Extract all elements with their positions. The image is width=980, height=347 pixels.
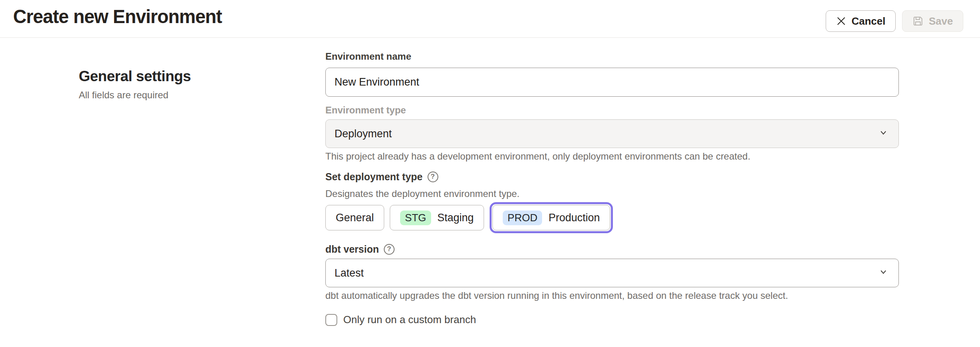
- dbt-version-select[interactable]: Latest: [325, 259, 899, 287]
- settings-section-header: General settings All fields are required: [79, 68, 191, 101]
- chevron-down-icon: [879, 128, 888, 140]
- environment-name-label: Environment name: [325, 51, 899, 62]
- deployment-type-option-production[interactable]: PROD Production: [492, 205, 610, 230]
- deployment-type-option-general[interactable]: General: [325, 205, 384, 230]
- environment-type-select[interactable]: Deployment: [325, 119, 899, 148]
- deployment-type-option-general-label: General: [336, 212, 374, 224]
- selected-option-ring: PROD Production: [490, 202, 613, 233]
- deployment-type-option-production-label: Production: [548, 212, 600, 224]
- environment-type-selected-value: Deployment: [334, 128, 392, 140]
- question-circle-icon[interactable]: ?: [428, 172, 438, 182]
- cancel-button-label: Cancel: [852, 15, 885, 27]
- dbt-version-label: dbt version: [325, 243, 379, 255]
- environment-name-input[interactable]: [325, 68, 899, 97]
- save-button[interactable]: Save: [902, 10, 963, 32]
- save-button-label: Save: [929, 15, 953, 27]
- environment-type-note: This project already has a development e…: [325, 150, 899, 162]
- custom-branch-row: Only run on a custom branch: [325, 314, 899, 326]
- question-circle-icon[interactable]: ?: [384, 244, 395, 255]
- deployment-type-label-row: Set deployment type ?: [325, 170, 899, 183]
- page-title: Create new Environment: [13, 0, 222, 27]
- dbt-version-note: dbt automatically upgrades the dbt versi…: [325, 290, 899, 302]
- main-content: General settings All fields are required…: [0, 51, 980, 347]
- chevron-down-icon: [879, 267, 888, 279]
- deployment-type-option-staging[interactable]: STG Staging: [390, 205, 484, 230]
- deployment-type-label: Set deployment type: [325, 170, 423, 183]
- dbt-version-selected-value: Latest: [334, 267, 364, 279]
- page-header: Create new Environment Cancel Save: [0, 0, 980, 38]
- floppy-disk-icon: [912, 16, 924, 27]
- deployment-type-description: Designates the deployment environment ty…: [325, 188, 899, 200]
- staging-badge: STG: [400, 211, 431, 225]
- custom-branch-checkbox[interactable]: [325, 314, 337, 326]
- section-subheading: All fields are required: [79, 90, 191, 101]
- x-icon: [836, 16, 846, 26]
- dbt-version-label-row: dbt version ?: [325, 243, 899, 255]
- deployment-type-options: General STG Staging PROD Production: [325, 202, 899, 233]
- custom-branch-label[interactable]: Only run on a custom branch: [343, 314, 476, 326]
- deployment-type-option-staging-label: Staging: [438, 212, 474, 224]
- cancel-button[interactable]: Cancel: [826, 10, 896, 32]
- environment-type-label: Environment type: [325, 104, 899, 116]
- header-actions: Cancel Save: [826, 10, 963, 32]
- production-badge: PROD: [503, 211, 542, 225]
- environment-form: Environment name Environment type Deploy…: [325, 51, 899, 326]
- section-heading: General settings: [79, 68, 191, 85]
